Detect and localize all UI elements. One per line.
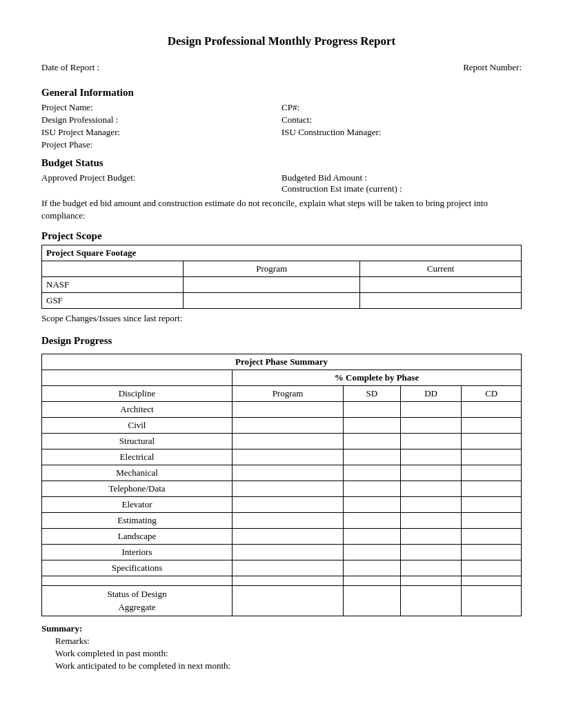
project-phase-value (282, 139, 522, 150)
row-status-program (232, 586, 343, 616)
empty-row-1-col2 (232, 576, 343, 586)
isu-project-manager-label: ISU Project Manager: (41, 127, 282, 138)
row-electrical-sd (344, 449, 401, 465)
design-progress-title: Design Progress (41, 335, 522, 347)
row-elevator-program (232, 497, 343, 513)
row-telephone-sd (344, 481, 401, 497)
phase-percent-header: % Complete by Phase (232, 370, 521, 386)
row-interiors-program (232, 545, 343, 560)
row-civil-program (232, 418, 343, 434)
budget-title: Budget Status (41, 157, 522, 169)
empty-row-1-col3 (344, 576, 401, 586)
report-meta: Date of Report : Report Number: (41, 62, 522, 73)
row-mechanical: Mechanical (42, 465, 233, 481)
row-specifications-dd (400, 560, 462, 576)
row-mechanical-cd (462, 465, 522, 481)
col-program: Program (232, 386, 343, 402)
row-mechanical-sd (344, 465, 401, 481)
row-electrical-cd (462, 449, 522, 465)
row-landscape-dd (400, 529, 462, 545)
cp-label: CP#: (282, 102, 522, 113)
row-structural: Structural (42, 434, 233, 449)
row-civil-dd (400, 418, 462, 434)
row-elevator-cd (462, 497, 522, 513)
contact-label: Contact: (282, 114, 522, 125)
row-architect-cd (462, 402, 522, 418)
row-structural-cd (462, 434, 522, 449)
row-interiors-cd (462, 545, 522, 560)
general-info-title: General Information (41, 87, 522, 99)
work-anticipated-line: Work anticipated to be completed in next… (41, 660, 522, 671)
row-telephone-program (232, 481, 343, 497)
row-mechanical-program (232, 465, 343, 481)
empty-row-1-col5 (462, 576, 522, 586)
row-electrical: Electrical (42, 449, 233, 465)
budget-grid: Approved Project Budget: Budgeted Bid Am… (41, 172, 522, 194)
approved-budget-label: Approved Project Budget: (41, 172, 282, 194)
row-specifications-cd (462, 560, 522, 576)
row-landscape-sd (344, 529, 401, 545)
row-architect-program (232, 402, 343, 418)
phase-col-empty (42, 370, 233, 386)
col-sd: SD (344, 386, 401, 402)
project-scope-title: Project Scope (41, 230, 522, 242)
row-civil: Civil (42, 418, 233, 434)
nasf-program (184, 277, 360, 293)
phase-table: Project Phase Summary % Complete by Phas… (41, 354, 522, 616)
row-estimating-cd (462, 513, 522, 529)
design-professional-label: Design Professional : (41, 114, 282, 125)
nasf-current (360, 277, 522, 293)
scope-col-current: Current (360, 261, 522, 277)
row-status-dd (400, 586, 462, 616)
row-telephone-data: Telephone/Data (42, 481, 233, 497)
general-info-grid: Project Name: CP#: Design Professional :… (41, 102, 522, 150)
row-architect-dd (400, 402, 462, 418)
row-mechanical-dd (400, 465, 462, 481)
row-specifications-program (232, 560, 343, 576)
scope-table: Project Square Footage Program Current N… (41, 245, 522, 309)
row-specifications-sd (344, 560, 401, 576)
budget-note: If the budget ed bid amount and construc… (41, 197, 522, 222)
gsf-program (184, 293, 360, 309)
row-estimating: Estimating (42, 513, 233, 529)
row-specifications: Specifications (42, 560, 233, 576)
summary-label: Summary: (41, 623, 82, 634)
remarks-line: Remarks: (41, 636, 522, 647)
row-structural-dd (400, 434, 462, 449)
nasf-label: NASF (42, 277, 184, 293)
project-phase-label: Project Phase: (41, 139, 282, 150)
row-interiors-dd (400, 545, 462, 560)
summary-section: Summary: Remarks: Work completed in past… (41, 623, 522, 671)
scope-table-header: Project Square Footage (42, 245, 522, 261)
gsf-label: GSF (42, 293, 184, 309)
scope-changes: Scope Changes/Issues since last report: (41, 313, 522, 324)
isu-construction-manager-label: ISU Construction Manager: (282, 127, 522, 138)
row-elevator-dd (400, 497, 462, 513)
col-cd: CD (462, 386, 522, 402)
empty-row-1-col1 (42, 576, 233, 586)
row-elevator: Elevator (42, 497, 233, 513)
row-electrical-program (232, 449, 343, 465)
work-completed-line: Work completed in past month: (41, 648, 522, 659)
budgeted-bid-label: Budgeted Bid Amount : (282, 172, 522, 183)
gsf-current (360, 293, 522, 309)
row-landscape-program (232, 529, 343, 545)
row-status-sd (344, 586, 401, 616)
row-estimating-dd (400, 513, 462, 529)
report-number-label: Report Number: (463, 62, 522, 73)
row-estimating-program (232, 513, 343, 529)
row-civil-sd (344, 418, 401, 434)
row-landscape: Landscape (42, 529, 233, 545)
col-dd: DD (400, 386, 462, 402)
row-civil-cd (462, 418, 522, 434)
row-structural-sd (344, 434, 401, 449)
phase-summary-header: Project Phase Summary (42, 354, 522, 370)
row-interiors-sd (344, 545, 401, 560)
row-telephone-dd (400, 481, 462, 497)
construction-est-label: Construction Est imate (current) : (282, 183, 522, 194)
scope-col-empty (42, 261, 184, 277)
project-name-label: Project Name: (41, 102, 282, 113)
row-electrical-dd (400, 449, 462, 465)
row-status-cd (462, 586, 522, 616)
row-structural-program (232, 434, 343, 449)
